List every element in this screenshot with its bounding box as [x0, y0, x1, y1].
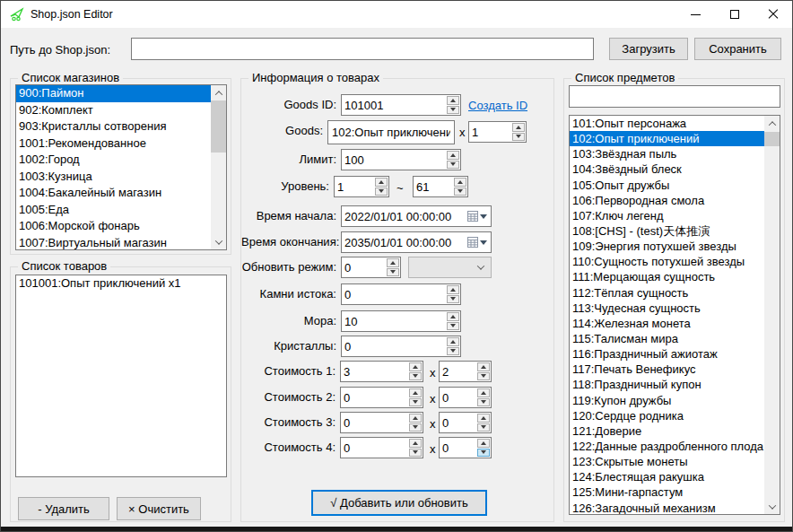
list-item[interactable]: 121:Доверие	[570, 423, 764, 439]
spin-down-button[interactable]	[409, 398, 422, 407]
minimize-button[interactable]	[676, 1, 715, 28]
list-item[interactable]: 114:Железная монета	[570, 316, 764, 331]
spin-up-button[interactable]	[477, 388, 490, 397]
spin-down-button[interactable]	[447, 322, 459, 331]
maximize-button[interactable]	[715, 1, 754, 28]
cost2-item-input[interactable]	[341, 388, 408, 407]
list-item[interactable]: 1006:Морской фонарь	[16, 218, 211, 235]
scroll-thumb[interactable]	[211, 100, 226, 153]
limit-input[interactable]	[342, 150, 446, 170]
shops-scrollbar[interactable]	[211, 85, 226, 249]
spin-down-button[interactable]	[512, 133, 525, 142]
list-item[interactable]: 102:Опыт приключений	[570, 131, 764, 146]
spin-up-button[interactable]	[409, 439, 422, 448]
spin-down-button[interactable]	[375, 188, 388, 196]
list-item[interactable]: 123:Скрытые монеты	[570, 454, 764, 469]
spin-up-button[interactable]	[447, 96, 459, 105]
list-item[interactable]: 117:Печать Венефикус	[570, 362, 764, 377]
spin-up-button[interactable]	[454, 178, 466, 187]
list-item[interactable]: 104:Звёздный блеск	[570, 161, 764, 177]
scroll-up-icon[interactable]	[764, 116, 780, 131]
spin-up-button[interactable]	[375, 178, 388, 187]
mora-input[interactable]	[342, 311, 446, 331]
cost1-count-input[interactable]	[440, 362, 476, 381]
list-item[interactable]: 109:Энергия потухшей звезды	[570, 239, 764, 254]
spin-down-button[interactable]	[447, 347, 459, 356]
save-button[interactable]: Сохранить	[694, 38, 781, 60]
spin-up-button[interactable]	[477, 362, 490, 371]
scroll-thumb[interactable]	[764, 132, 780, 146]
list-item[interactable]: 113:Чудесная сущность	[570, 301, 764, 316]
list-item[interactable]: 118:Праздничный купон	[570, 377, 764, 392]
list-item[interactable]: 122:Данные раздробленного плода	[570, 439, 764, 454]
goods-id-input[interactable]	[342, 95, 446, 115]
dropdown-arrow-icon[interactable]	[480, 240, 487, 245]
list-item[interactable]: 116:Праздничный ажиотаж	[570, 346, 764, 362]
create-id-link[interactable]: Создать ID	[468, 99, 527, 112]
load-button[interactable]: Загрузить	[609, 38, 688, 60]
list-item[interactable]: 108:[CHS] - (test)天体推演	[570, 223, 764, 239]
list-item[interactable]: 110:Сущность потухшей звезды	[570, 254, 764, 269]
cost1-item-input[interactable]	[341, 362, 408, 381]
list-item[interactable]: 1004:Бакалейный магазин	[16, 185, 211, 202]
spin-down-button[interactable]	[477, 398, 490, 407]
list-item[interactable]: 1007:Виртуальный магазин	[16, 235, 211, 250]
list-item[interactable]: 125:Мини-гарпастум	[570, 484, 764, 500]
list-item[interactable]: 1005:Еда	[16, 202, 211, 219]
level-min-input[interactable]	[335, 177, 374, 196]
path-input[interactable]	[131, 38, 594, 60]
list-item[interactable]: 124:Блестящая ракушка	[570, 469, 764, 484]
spin-up-button[interactable]	[387, 258, 399, 267]
level-max-input[interactable]	[414, 177, 453, 196]
close-button[interactable]	[754, 1, 792, 28]
list-item[interactable]: 900:Паймон	[16, 85, 211, 102]
spin-down-button[interactable]	[409, 372, 422, 381]
spin-up-button[interactable]	[477, 414, 490, 423]
clear-button[interactable]: × Очистить	[117, 497, 201, 520]
spin-up-button[interactable]	[447, 337, 459, 346]
item-search-input[interactable]	[569, 85, 780, 108]
list-item[interactable]: 115:Талисман мира	[570, 331, 764, 346]
goods-count-input[interactable]	[469, 122, 511, 142]
list-item[interactable]: 103:Звёздная пыль	[570, 146, 764, 161]
list-item[interactable]: 107:Ключ легенд	[570, 208, 764, 223]
list-item[interactable]: 902:Комплект	[16, 102, 211, 119]
scroll-up-icon[interactable]	[211, 85, 226, 100]
spin-down-button[interactable]	[447, 106, 459, 115]
goods-input[interactable]	[327, 120, 455, 144]
list-item[interactable]: 112:Тёплая сущность	[570, 285, 764, 301]
end-time-picker[interactable]: 2035/01/01 00:00:00	[341, 231, 492, 253]
begin-time-picker[interactable]: 2022/01/01 00:00:00	[341, 205, 492, 227]
cost4-count-input[interactable]	[440, 438, 476, 458]
items-scrollbar[interactable]	[764, 116, 780, 514]
spin-up-button[interactable]	[447, 285, 459, 294]
spin-up-button[interactable]	[409, 414, 422, 423]
primogem-input[interactable]	[342, 284, 446, 304]
spin-down-button[interactable]	[477, 372, 490, 381]
cost3-item-input[interactable]	[341, 413, 408, 432]
cost2-count-input[interactable]	[440, 388, 476, 407]
scroll-down-icon[interactable]	[764, 499, 780, 514]
spin-up-button[interactable]	[409, 362, 422, 371]
cost3-count-input[interactable]	[440, 413, 476, 432]
scroll-down-icon[interactable]	[211, 234, 226, 249]
list-item[interactable]: 105:Опыт дружбы	[570, 178, 764, 193]
delete-button[interactable]: - Удалить	[18, 497, 109, 520]
spin-up-button[interactable]	[512, 123, 525, 132]
list-item[interactable]: 111:Мерцающая сущность	[570, 269, 764, 284]
spin-up-button[interactable]	[409, 388, 422, 397]
refresh-mode-combobox[interactable]	[408, 257, 492, 278]
list-item[interactable]: 101001:Опыт приключений x1	[16, 275, 226, 292]
spin-down-button[interactable]	[447, 161, 459, 170]
list-item[interactable]: 1002:Город	[16, 152, 211, 169]
list-item[interactable]: 1001:Рекомендованное	[16, 135, 211, 153]
spin-down-button[interactable]	[387, 268, 399, 277]
spin-down-button[interactable]	[447, 295, 459, 304]
list-item[interactable]: 119:Купон дружбы	[570, 393, 764, 408]
crystal-input[interactable]	[342, 336, 446, 356]
list-item[interactable]: 903:Кристаллы сотворения	[16, 118, 211, 135]
list-item[interactable]: 120:Сердце родника	[570, 408, 764, 423]
spin-up-button[interactable]	[447, 312, 459, 321]
list-item[interactable]: 101:Опыт персонажа	[570, 116, 764, 131]
add-or-update-button[interactable]: √ Добавить или обновить	[311, 490, 487, 516]
